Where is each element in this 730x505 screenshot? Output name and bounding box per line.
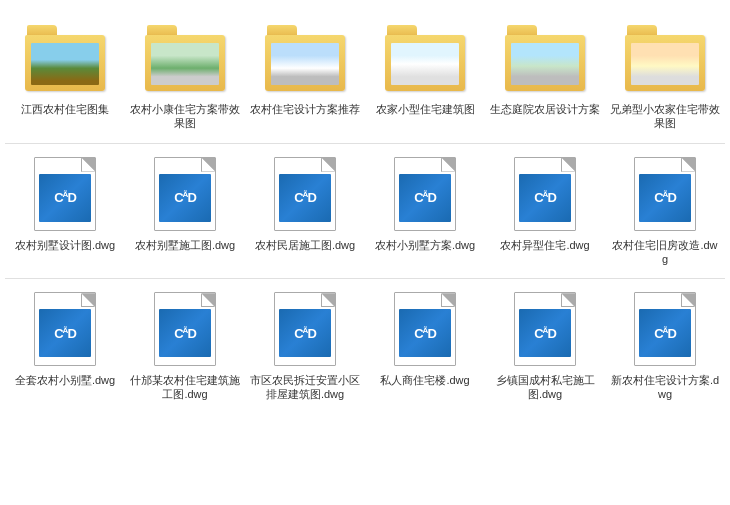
dwg-icon-10: CÃD [385, 289, 465, 369]
folder-label-3: 农村住宅设计方案推荐 [250, 102, 360, 116]
folder-label-6: 兄弟型小农家住宅带效果图 [610, 102, 720, 131]
dwg-label-5: 农村异型住宅.dwg [500, 238, 589, 252]
dwg-icon-12: CÃD [625, 289, 705, 369]
dwg-label-9: 市区农民拆迁安置小区排屋建筑图.dwg [250, 373, 360, 402]
folder-icon-2 [145, 18, 225, 98]
folder-icon-1 [25, 18, 105, 98]
dwg-icon-2: CÃD [145, 154, 225, 234]
folder-label-4: 农家小型住宅建筑图 [376, 102, 475, 116]
dwg-label-12: 新农村住宅设计方案.dwg [610, 373, 720, 402]
folder-icon-3 [265, 18, 345, 98]
dwg-label-7: 全套农村小别墅.dwg [15, 373, 115, 387]
dwg-label-8: 什邡某农村住宅建筑施工图.dwg [130, 373, 240, 402]
dwg-label-11: 乡镇国成村私宅施工图.dwg [490, 373, 600, 402]
dwg-item-3[interactable]: CÃD 农村民居施工图.dwg [245, 146, 365, 277]
dwg-icon-9: CÃD [265, 289, 345, 369]
folder-item-1[interactable]: 江西农村住宅图集 [5, 10, 125, 141]
dwg-icon-11: CÃD [505, 289, 585, 369]
dwg-icon-1: CÃD [25, 154, 105, 234]
dwg-label-4: 农村小别墅方案.dwg [375, 238, 475, 252]
dwg-icon-8: CÃD [145, 289, 225, 369]
folder-item-2[interactable]: 农村小康住宅方案带效果图 [125, 10, 245, 141]
dwg-item-5[interactable]: CÃD 农村异型住宅.dwg [485, 146, 605, 277]
dwg-icon-4: CÃD [385, 154, 465, 234]
dwg-item-1[interactable]: CÃD 农村别墅设计图.dwg [5, 146, 125, 277]
folder-icon-4 [385, 18, 465, 98]
dwg-label-1: 农村别墅设计图.dwg [15, 238, 115, 252]
dwg-item-2[interactable]: CÃD 农村别墅施工图.dwg [125, 146, 245, 277]
dwg-label-2: 农村别墅施工图.dwg [135, 238, 235, 252]
dwg-item-4[interactable]: CÃD 农村小别墅方案.dwg [365, 146, 485, 277]
folder-label-2: 农村小康住宅方案带效果图 [130, 102, 240, 131]
dwg-item-8[interactable]: CÃD 什邡某农村住宅建筑施工图.dwg [125, 281, 245, 412]
dwg-label-6: 农村住宅旧房改造.dwg [610, 238, 720, 267]
file-explorer: 江西农村住宅图集 农村小康住宅方案带效果图 [0, 0, 730, 422]
folder-item-6[interactable]: 兄弟型小农家住宅带效果图 [605, 10, 725, 141]
dwg-icon-3: CÃD [265, 154, 345, 234]
dwg-item-11[interactable]: CÃD 乡镇国成村私宅施工图.dwg [485, 281, 605, 412]
dwg-item-7[interactable]: CÃD 全套农村小别墅.dwg [5, 281, 125, 412]
folder-label-5: 生态庭院农居设计方案 [490, 102, 600, 116]
dwg-icon-5: CÃD [505, 154, 585, 234]
folder-item-3[interactable]: 农村住宅设计方案推荐 [245, 10, 365, 141]
dwg-item-9[interactable]: CÃD 市区农民拆迁安置小区排屋建筑图.dwg [245, 281, 365, 412]
dwg-item-10[interactable]: CÃD 私人商住宅楼.dwg [365, 281, 485, 412]
dwg-label-10: 私人商住宅楼.dwg [380, 373, 469, 387]
dwg-icon-6: CÃD [625, 154, 705, 234]
dwg-icon-7: CÃD [25, 289, 105, 369]
dwg-label-3: 农村民居施工图.dwg [255, 238, 355, 252]
folder-item-4[interactable]: 农家小型住宅建筑图 [365, 10, 485, 141]
dwg-item-6[interactable]: CÃD 农村住宅旧房改造.dwg [605, 146, 725, 277]
dwg-item-12[interactable]: CÃD 新农村住宅设计方案.dwg [605, 281, 725, 412]
folder-item-5[interactable]: 生态庭院农居设计方案 [485, 10, 605, 141]
folder-icon-5 [505, 18, 585, 98]
folder-icon-6 [625, 18, 705, 98]
folder-label-1: 江西农村住宅图集 [21, 102, 109, 116]
